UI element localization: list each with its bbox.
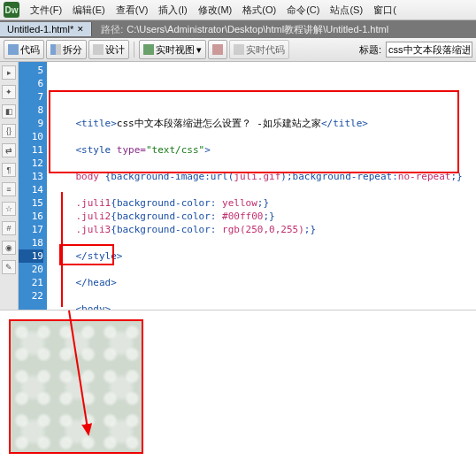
- inspect-button[interactable]: [208, 40, 227, 59]
- close-icon[interactable]: ✕: [77, 25, 84, 34]
- menu-item[interactable]: 格式(O): [237, 4, 281, 17]
- code-line: </style>: [52, 249, 471, 263]
- tool-button[interactable]: ✦: [2, 85, 16, 99]
- document-tab[interactable]: Untitled-1.html* ✕: [0, 22, 92, 36]
- tool-button[interactable]: ◉: [2, 241, 16, 255]
- design-view-button[interactable]: 设计: [88, 40, 129, 59]
- title-input[interactable]: [386, 42, 472, 58]
- document-tab-bar: Untitled-1.html* ✕ 路径: C:\Users\Administ…: [0, 20, 476, 38]
- vertical-toolbar: ▸ ✦ ◧ {} ⇄ ¶ ≡ ☆ # ◉ ✎: [0, 62, 19, 310]
- view-toolbar: 代码 拆分 设计 实时视图▾ 实时代码 标题:: [0, 38, 476, 62]
- code-line: </head>: [52, 276, 471, 289]
- code-line: .juli2{background-color: #00ff00;}: [52, 210, 471, 223]
- live-code-button[interactable]: 实时代码: [229, 40, 289, 59]
- chevron-down-icon: ▾: [196, 44, 202, 56]
- menu-item[interactable]: 插入(I): [153, 4, 192, 17]
- annotation-box-preview: [9, 319, 143, 454]
- menu-item[interactable]: 命令(C): [281, 4, 325, 17]
- document-tab-label: Untitled-1.html*: [7, 24, 73, 34]
- menu-item[interactable]: 文件(F): [25, 4, 67, 17]
- live-view-label: 实时视图: [156, 43, 195, 57]
- tool-button[interactable]: ▸: [2, 65, 16, 80]
- path-label: 路径:: [92, 23, 127, 36]
- code-editor[interactable]: <title>css中文本段落缩进怎么设置？ -如乐建站之家</title> <…: [47, 62, 476, 310]
- tool-button[interactable]: ¶: [2, 163, 16, 177]
- code-line: <title>css中文本段落缩进怎么设置？ -如乐建站之家</title>: [52, 117, 471, 130]
- tool-button[interactable]: ✎: [2, 260, 16, 274]
- code-line: [52, 157, 471, 170]
- path-value: C:\Users\Administrator\Desktop\html教程讲解\…: [127, 23, 388, 36]
- code-line: [52, 236, 471, 249]
- background-image-preview: [11, 321, 142, 452]
- code-view-button[interactable]: 代码: [4, 40, 44, 59]
- code-line: [52, 263, 471, 276]
- tool-button[interactable]: ☆: [2, 202, 16, 216]
- split-view-label: 拆分: [63, 43, 82, 57]
- editor-area: ▸ ✦ ◧ {} ⇄ ¶ ≡ ☆ # ◉ ✎ 56789101112131415…: [0, 62, 476, 310]
- design-preview[interactable]: [0, 310, 476, 460]
- code-line: <body>: [52, 303, 471, 310]
- code-line: body {background-image:url(juli.gif);bac…: [52, 170, 471, 183]
- line-number-gutter: 5678910111213141516171819202122: [19, 62, 47, 310]
- tool-button[interactable]: ◧: [2, 104, 16, 119]
- code-icon: [8, 44, 19, 55]
- menu-item[interactable]: 查看(V): [111, 4, 154, 17]
- code-line: [52, 289, 471, 303]
- menu-item[interactable]: 窗口(: [368, 4, 402, 17]
- menu-item[interactable]: 修改(M): [193, 4, 238, 17]
- split-view-button[interactable]: 拆分: [46, 40, 87, 59]
- separator: [134, 42, 134, 58]
- code-line: .juli1{background-color: yellow;}: [52, 196, 471, 210]
- code-line: .juli3{background-color: rgb(250,0,255);…: [52, 223, 471, 236]
- tool-button[interactable]: ⇄: [2, 143, 16, 157]
- menu-bar: Dw 文件(F)编辑(E)查看(V)插入(I)修改(M)格式(O)命令(C)站点…: [0, 0, 476, 20]
- title-label: 标题:: [359, 43, 381, 57]
- code-view-label: 代码: [20, 43, 40, 57]
- inspect-icon: [212, 44, 223, 55]
- tool-button[interactable]: {}: [2, 124, 16, 138]
- design-icon: [93, 44, 104, 55]
- split-icon: [50, 44, 61, 55]
- live-view-button[interactable]: 实时视图▾: [139, 40, 206, 59]
- code-line: <style type="text/css">: [52, 143, 471, 157]
- tool-button[interactable]: ≡: [2, 182, 16, 196]
- code-line: [52, 130, 471, 143]
- design-view-label: 设计: [105, 43, 125, 57]
- menu-item[interactable]: 站点(S): [325, 4, 368, 17]
- live-icon: [143, 44, 154, 55]
- tool-button[interactable]: #: [2, 221, 16, 235]
- menu-item[interactable]: 编辑(E): [67, 4, 111, 17]
- code-line: [52, 183, 471, 196]
- live-code-icon: [234, 44, 244, 55]
- app-logo: Dw: [4, 2, 19, 18]
- live-code-label: 实时代码: [246, 43, 285, 57]
